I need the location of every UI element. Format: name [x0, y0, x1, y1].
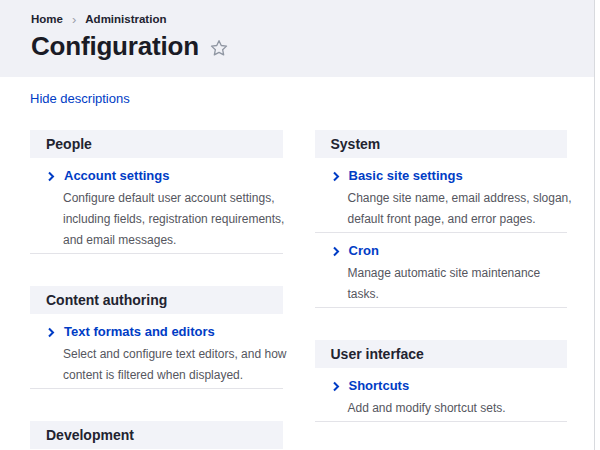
config-item-description: Select and configure text editors, and h… [63, 344, 288, 386]
chevron-right-icon [46, 327, 56, 338]
panel-development: Development [30, 421, 283, 449]
config-item: Account settings Configure default user … [30, 168, 283, 251]
config-link-label: Cron [349, 243, 379, 259]
panel-title-system: System [315, 130, 568, 158]
basic-site-settings-link[interactable]: Basic site settings [331, 168, 568, 184]
panel-user-interface: User interface Shortcuts Add and modify … [315, 340, 568, 422]
star-outline-icon[interactable] [209, 38, 229, 58]
panel-content-authoring: Content authoring Text formats and edito… [30, 286, 283, 389]
panel-title-development: Development [30, 421, 283, 449]
config-item-description: Configure default user account settings,… [63, 188, 288, 251]
config-link-label: Account settings [64, 168, 169, 184]
page-title: Configuration [31, 31, 199, 62]
divider [315, 421, 568, 422]
config-item-description: Manage automatic site maintenance tasks. [348, 263, 573, 305]
page-header-band: Home › Administration Configuration [0, 0, 594, 77]
config-item: Basic site settings Change site name, em… [315, 168, 568, 230]
shortcuts-link[interactable]: Shortcuts [331, 378, 568, 394]
account-settings-link[interactable]: Account settings [46, 168, 283, 184]
config-link-label: Basic site settings [349, 168, 463, 184]
divider [315, 307, 568, 308]
config-item: Cron Manage automatic site maintenance t… [315, 243, 568, 305]
column-right: System Basic site settings Change site n… [315, 130, 568, 450]
config-link-label: Text formats and editors [64, 324, 215, 340]
divider [315, 232, 568, 233]
breadcrumb-separator-icon: › [72, 12, 76, 26]
panel-title-people: People [30, 130, 283, 158]
panel-title-user-interface: User interface [315, 340, 568, 368]
divider [30, 388, 283, 389]
chevron-right-icon [46, 171, 56, 182]
content-area: Hide descriptions People Account setting… [0, 77, 594, 450]
panel-title-content-authoring: Content authoring [30, 286, 283, 314]
config-columns: People Account settings Configure defaul… [30, 130, 567, 450]
divider [30, 253, 283, 254]
breadcrumb-administration-link[interactable]: Administration [85, 13, 166, 25]
column-left: People Account settings Configure defaul… [30, 130, 283, 450]
breadcrumb-home-link[interactable]: Home [31, 13, 63, 25]
title-row: Configuration [31, 31, 562, 62]
config-link-label: Shortcuts [349, 378, 410, 394]
page: Home › Administration Configuration Hide… [0, 0, 595, 450]
config-item-description: Change site name, email address, slogan,… [348, 188, 573, 230]
chevron-right-icon [331, 381, 341, 392]
chevron-right-icon [331, 246, 341, 257]
breadcrumb: Home › Administration [31, 12, 562, 26]
panel-system: System Basic site settings Change site n… [315, 130, 568, 308]
config-item: Text formats and editors Select and conf… [30, 324, 283, 386]
cron-link[interactable]: Cron [331, 243, 568, 259]
hide-descriptions-link[interactable]: Hide descriptions [30, 91, 130, 106]
panel-people: People Account settings Configure defaul… [30, 130, 283, 254]
config-item: Shortcuts Add and modify shortcut sets. [315, 378, 568, 419]
text-formats-and-editors-link[interactable]: Text formats and editors [46, 324, 283, 340]
chevron-right-icon [331, 171, 341, 182]
config-item-description: Add and modify shortcut sets. [348, 398, 573, 419]
